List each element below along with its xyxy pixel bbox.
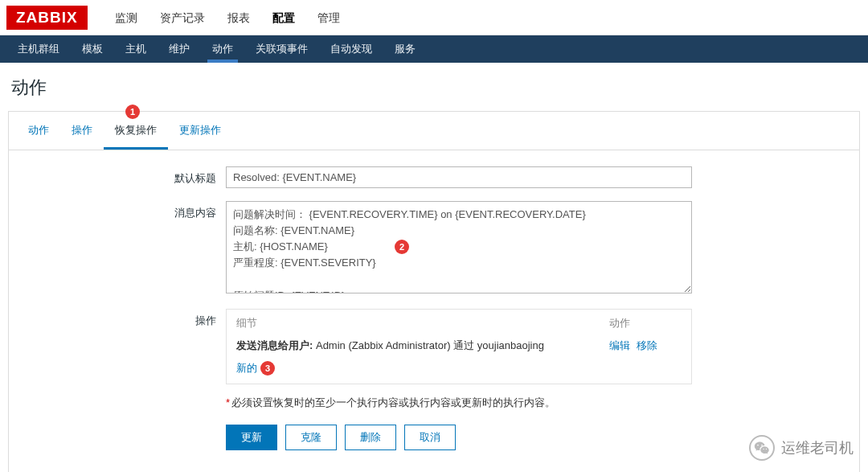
- hint-text: 必须设置恢复时的至少一个执行内容或执行内容或更新时的执行内容。: [231, 396, 555, 408]
- message-textarea[interactable]: [226, 201, 692, 293]
- default-title-label: 默认标题: [33, 166, 226, 186]
- tab-2[interactable]: 恢复操作1: [104, 112, 168, 150]
- topnav-item-3[interactable]: 配置: [261, 0, 306, 35]
- topnav-item-4[interactable]: 管理: [306, 0, 351, 35]
- ops-edit-link[interactable]: 编辑: [609, 339, 630, 351]
- operations-label: 操作: [33, 309, 226, 328]
- subnav-item-7[interactable]: 服务: [383, 35, 427, 63]
- tab-1[interactable]: 操作: [60, 112, 104, 150]
- cancel-button[interactable]: 取消: [404, 425, 456, 450]
- subnav-item-2[interactable]: 主机: [114, 35, 158, 63]
- tab-3[interactable]: 更新操作: [168, 112, 232, 150]
- annotation-badge-3: 3: [260, 361, 275, 376]
- topnav-item-0[interactable]: 监测: [104, 0, 149, 35]
- ops-header-action: 动作: [609, 316, 682, 330]
- topnav-item-1[interactable]: 资产记录: [149, 0, 216, 35]
- page-title: 动作: [0, 63, 868, 108]
- subnav-item-5[interactable]: 关联项事件: [244, 35, 319, 63]
- hint-row: *必须设置恢复时的至少一个执行内容或执行内容或更新时的执行内容。: [226, 396, 692, 410]
- delete-button[interactable]: 删除: [345, 425, 396, 450]
- topnav-item-2[interactable]: 报表: [216, 0, 261, 35]
- annotation-badge-1: 1: [125, 105, 140, 119]
- wechat-icon: [749, 435, 775, 461]
- content-box: 动作操作恢复操作1更新操作 默认标题 消息内容 2 操作 细节 动作: [8, 111, 860, 472]
- logo[interactable]: ZABBIX: [6, 6, 88, 30]
- watermark-text: 运维老司机: [781, 438, 854, 458]
- ops-remove-link[interactable]: 移除: [637, 339, 657, 351]
- ops-row-prefix: 发送消息给用户:: [236, 339, 313, 351]
- subnav-item-4[interactable]: 动作: [201, 35, 244, 63]
- clone-button[interactable]: 克隆: [285, 425, 337, 450]
- ops-new-link[interactable]: 新的: [236, 356, 257, 376]
- subnav-item-6[interactable]: 自动发现: [319, 35, 383, 63]
- tab-0[interactable]: 动作: [17, 112, 60, 150]
- watermark: 运维老司机: [749, 435, 854, 461]
- update-button[interactable]: 更新: [226, 425, 277, 450]
- top-nav: 监测资产记录报表配置管理: [104, 0, 351, 35]
- operations-row: 发送消息给用户: Admin (Zabbix Administrator) 通过…: [236, 335, 682, 356]
- ops-header-detail: 细节: [236, 316, 609, 330]
- sub-nav: 主机群组模板主机维护动作关联项事件自动发现服务: [0, 35, 868, 63]
- subnav-item-1[interactable]: 模板: [71, 35, 114, 63]
- message-label: 消息内容: [33, 201, 226, 220]
- required-star: *: [226, 396, 230, 408]
- operations-table: 细节 动作 发送消息给用户: Admin (Zabbix Administrat…: [226, 309, 692, 384]
- ops-row-text: Admin (Zabbix Administrator) 通过 youjianb…: [313, 339, 544, 351]
- default-title-input[interactable]: [226, 166, 692, 188]
- subnav-item-3[interactable]: 维护: [158, 35, 201, 63]
- tabs: 动作操作恢复操作1更新操作: [9, 112, 859, 150]
- annotation-badge-2: 2: [395, 240, 409, 254]
- subnav-item-0[interactable]: 主机群组: [6, 35, 71, 63]
